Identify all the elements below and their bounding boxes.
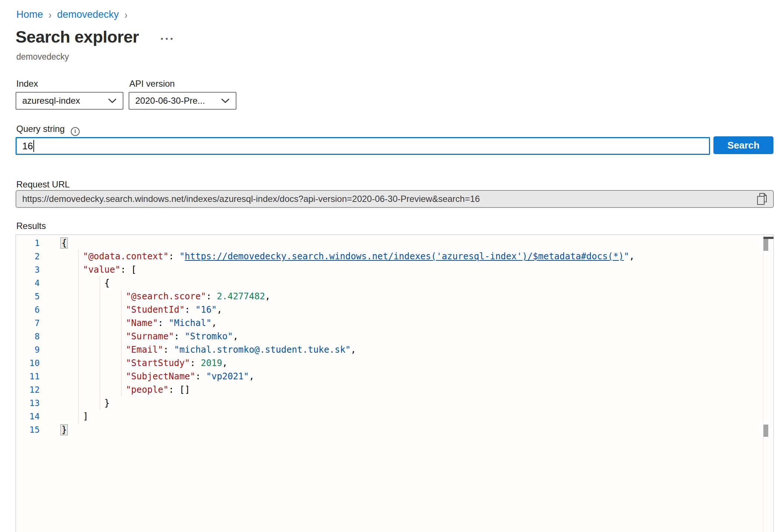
code-token: " bbox=[624, 251, 629, 262]
code-token: "StartStudy" bbox=[126, 358, 190, 368]
code-line-content: { bbox=[62, 278, 110, 288]
code-token: , bbox=[351, 345, 356, 355]
request-url-field: https://demovedecky.search.windows.net/i… bbox=[16, 190, 774, 208]
code-token: : bbox=[174, 331, 185, 342]
chevron-down-icon bbox=[108, 98, 117, 103]
scrollbar-track[interactable] bbox=[763, 235, 763, 532]
code-line-content: "Surname": "Stromko", bbox=[62, 331, 238, 342]
line-number: 6 bbox=[16, 305, 40, 315]
code-token: 2.4277482 bbox=[217, 291, 265, 302]
code-line: 12"people": [] bbox=[16, 383, 762, 396]
api-version-dropdown-value: 2020-06-30-Pre... bbox=[135, 96, 205, 106]
line-number: 7 bbox=[16, 318, 40, 328]
code-token: : [] bbox=[169, 385, 190, 395]
code-token: "Surname" bbox=[126, 331, 174, 342]
code-line-content: "StartStudy": 2019, bbox=[62, 358, 228, 368]
line-number: 13 bbox=[16, 398, 40, 408]
code-token: , bbox=[217, 305, 222, 315]
code-line-content: { bbox=[62, 238, 67, 248]
request-url-value: https://demovedecky.search.windows.net/i… bbox=[22, 194, 755, 204]
code-token: , bbox=[222, 358, 227, 368]
breadcrumb-demovedecky-link[interactable]: demovedecky bbox=[57, 9, 119, 20]
code-token: , bbox=[212, 318, 217, 328]
code-line: 10"StartStudy": 2019, bbox=[16, 356, 762, 370]
results-editor-lines: 1{2"@odata.context": "https://demovedeck… bbox=[16, 236, 762, 436]
code-token: "michal.stromko@.student.tuke.sk" bbox=[174, 345, 351, 355]
code-line: 7"Name": "Michal", bbox=[16, 316, 762, 330]
line-number: 12 bbox=[16, 385, 40, 395]
info-icon[interactable]: i bbox=[71, 127, 80, 136]
line-number: 9 bbox=[16, 345, 40, 355]
line-number: 8 bbox=[16, 332, 40, 341]
code-line-content: "SubjectName": "vp2021", bbox=[62, 371, 254, 382]
code-token: "vp2021" bbox=[206, 371, 249, 382]
code-line: 6"StudentId": "16", bbox=[16, 303, 762, 316]
search-explorer-page: Home › demovedecky › Search explorer ···… bbox=[0, 0, 779, 532]
code-token: , bbox=[629, 251, 634, 262]
code-token: : bbox=[169, 251, 179, 262]
code-line: 9"Email": "michal.stromko@.student.tuke.… bbox=[16, 343, 762, 356]
breadcrumb-separator-icon: › bbox=[125, 8, 127, 21]
code-line: 13} bbox=[16, 396, 762, 410]
code-token: { bbox=[60, 237, 68, 249]
code-token: : bbox=[163, 345, 174, 355]
index-dropdown-value: azuresql-index bbox=[22, 96, 80, 106]
code-line-content: "@search.score": 2.4277482, bbox=[62, 291, 271, 302]
code-line: 3"value": [ bbox=[16, 263, 762, 276]
line-number: 3 bbox=[16, 265, 40, 275]
more-options-icon[interactable]: ··· bbox=[160, 29, 175, 45]
line-number: 1 bbox=[16, 238, 40, 248]
line-number: 14 bbox=[16, 412, 40, 421]
chevron-down-icon bbox=[221, 98, 230, 103]
code-line: 15} bbox=[16, 423, 762, 436]
query-string-input[interactable]: 16 bbox=[16, 137, 710, 155]
code-line-content: "Email": "michal.stromko@.student.tuke.s… bbox=[62, 345, 356, 355]
code-line: 4{ bbox=[16, 276, 762, 290]
code-line-content: "StudentId": "16", bbox=[62, 305, 222, 315]
resource-subtitle: demovedecky bbox=[16, 52, 69, 62]
line-number: 4 bbox=[16, 278, 40, 288]
code-token: , bbox=[265, 291, 270, 302]
breadcrumb-home-link[interactable]: Home bbox=[16, 9, 43, 20]
line-number: 5 bbox=[16, 292, 40, 301]
code-token: : bbox=[185, 305, 195, 315]
breadcrumb-separator-icon: › bbox=[49, 8, 52, 21]
line-number: 15 bbox=[16, 425, 40, 435]
code-line: 5"@search.score": 2.4277482, bbox=[16, 290, 762, 303]
copy-icon[interactable] bbox=[755, 192, 768, 206]
index-label: Index bbox=[16, 79, 38, 89]
code-token: , bbox=[249, 371, 254, 382]
api-version-dropdown[interactable]: 2020-06-30-Pre... bbox=[129, 92, 236, 110]
code-line: 11"SubjectName": "vp2021", bbox=[16, 370, 762, 383]
code-token: 2019 bbox=[201, 358, 222, 368]
api-version-label: API version bbox=[129, 79, 175, 89]
code-line-content: } bbox=[62, 425, 67, 435]
code-token: "Stromko" bbox=[185, 331, 233, 342]
code-token: : bbox=[190, 358, 201, 368]
line-number: 11 bbox=[16, 372, 40, 381]
search-button[interactable]: Search bbox=[713, 136, 773, 154]
query-string-label: Query string bbox=[16, 124, 65, 134]
code-token: "@search.score" bbox=[126, 291, 206, 302]
code-token: } bbox=[60, 424, 68, 435]
overview-ruler-mark bbox=[763, 425, 768, 437]
index-dropdown[interactable]: azuresql-index bbox=[16, 92, 123, 110]
odata-context-link[interactable]: https://demovedecky.search.windows.net/i… bbox=[185, 251, 624, 262]
request-url-label: Request URL bbox=[16, 179, 70, 190]
code-line-content: ] bbox=[62, 411, 88, 422]
code-token: { bbox=[105, 278, 110, 288]
code-token: : bbox=[158, 318, 169, 328]
results-editor[interactable]: 1{2"@odata.context": "https://demovedeck… bbox=[16, 235, 774, 532]
code-line-content: } bbox=[62, 398, 110, 408]
code-token: "@odata.context" bbox=[83, 251, 169, 262]
results-label: Results bbox=[16, 221, 46, 231]
line-number: 2 bbox=[16, 252, 40, 261]
breadcrumb: Home › demovedecky › bbox=[16, 9, 127, 20]
code-token: "value" bbox=[83, 265, 120, 275]
code-token: "people" bbox=[126, 385, 169, 395]
code-token: "Name" bbox=[126, 318, 158, 328]
code-token: "Email" bbox=[126, 345, 163, 355]
overview-ruler-mark bbox=[763, 239, 768, 251]
code-token: "Michal" bbox=[169, 318, 212, 328]
code-token: } bbox=[105, 398, 110, 408]
